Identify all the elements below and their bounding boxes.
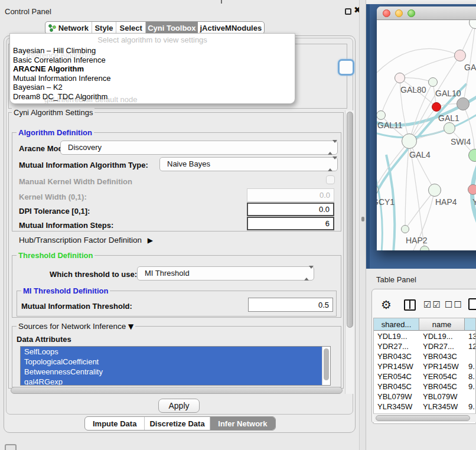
apply-button[interactable]: Apply bbox=[158, 399, 200, 413]
table-cell[interactable]: YBR045C bbox=[419, 381, 465, 392]
show-columns-icon[interactable]: ☑☑ bbox=[423, 299, 442, 310]
table-row[interactable]: YBL079W YBL079W bbox=[374, 392, 475, 402]
panel-divider-handle[interactable] bbox=[361, 217, 364, 221]
table-cell[interactable]: 13 bbox=[465, 331, 476, 341]
table-cell[interactable]: 9. bbox=[465, 402, 476, 412]
table-row[interactable]: YPR145W YPR145W 9. bbox=[374, 361, 475, 371]
zoom-traffic-light[interactable] bbox=[407, 9, 415, 17]
table-cell[interactable]: YER054C bbox=[419, 371, 465, 381]
network-node[interactable] bbox=[468, 184, 476, 195]
dropdown-item[interactable]: Bayesian – Hill Climbing bbox=[13, 46, 292, 56]
table-row[interactable]: YDR27... YDR27... 12 bbox=[374, 341, 475, 351]
network-node[interactable] bbox=[395, 73, 405, 83]
which-threshold-combo[interactable]: MI Threshold bbox=[137, 266, 314, 281]
mi-steps-field[interactable] bbox=[247, 217, 334, 230]
network-node[interactable] bbox=[457, 97, 470, 110]
tab-impute-data[interactable]: Impute Data bbox=[85, 417, 145, 430]
list-item[interactable]: TopologicalCoefficient bbox=[21, 357, 330, 367]
aracne-mode-combo[interactable]: Discovery bbox=[60, 141, 338, 155]
dropdown-item[interactable]: Dream8 DC_TDC Algorithm bbox=[13, 92, 292, 102]
table-cell[interactable]: YDR27... bbox=[419, 341, 465, 351]
list-item[interactable]: gal4RGexp bbox=[21, 377, 330, 386]
settings-horizontal-scrollbar-thumb[interactable] bbox=[11, 387, 343, 394]
network-node[interactable] bbox=[401, 225, 409, 233]
hub-definition-toggle[interactable]: Hub/Transcription Factor Definition ▶ bbox=[19, 236, 153, 244]
split-columns-icon[interactable] bbox=[404, 299, 416, 311]
manual-kernel-width-checkbox[interactable] bbox=[326, 175, 335, 184]
table-horizontal-scrollbar[interactable] bbox=[373, 413, 476, 422]
table-cell[interactable] bbox=[465, 351, 476, 361]
expanded-arrow-icon[interactable]: ▼ bbox=[128, 322, 133, 331]
tab-style[interactable]: Style bbox=[92, 22, 117, 34]
table-cell[interactable]: YDL19... bbox=[419, 331, 465, 341]
table-cell[interactable]: 9. bbox=[465, 361, 476, 371]
tab-select[interactable]: Select bbox=[116, 22, 146, 34]
network-node[interactable] bbox=[444, 122, 455, 134]
kernel-width-field[interactable] bbox=[247, 188, 334, 202]
table-row[interactable]: YDL19... YDL19... 13 bbox=[374, 331, 475, 341]
dropdown-item[interactable]: Bayesian – K2 bbox=[13, 83, 292, 92]
focused-settings-button[interactable] bbox=[338, 59, 354, 76]
panel-grip-icon[interactable] bbox=[5, 444, 17, 450]
table-cell[interactable]: 9. bbox=[465, 381, 476, 392]
table-cell[interactable]: YLR345W bbox=[374, 402, 419, 412]
panel-divider[interactable] bbox=[359, 0, 366, 450]
column-header-shared[interactable]: shared... bbox=[374, 318, 419, 331]
float-window-icon[interactable] bbox=[345, 8, 351, 15]
mi-algorithm-type-combo[interactable]: Naive Bayes bbox=[159, 157, 338, 171]
dropdown-item[interactable]: Basic Correlation Inference bbox=[13, 56, 292, 65]
table-cell[interactable]: YBR043C bbox=[419, 351, 465, 361]
attributes-list-scrollbar[interactable] bbox=[322, 347, 330, 385]
column-header-name[interactable]: name bbox=[419, 318, 465, 331]
close-traffic-light[interactable] bbox=[383, 9, 390, 17]
table-cell[interactable]: YBR043C bbox=[374, 351, 419, 361]
table-cell[interactable]: YBL079W bbox=[419, 392, 465, 402]
dpi-tolerance-field[interactable] bbox=[247, 203, 334, 216]
mi-threshold-field[interactable] bbox=[248, 298, 333, 312]
table-cell[interactable]: YDR27... bbox=[374, 341, 419, 351]
mi-steps-label: Mutual Information Steps: bbox=[19, 221, 113, 230]
network-node[interactable] bbox=[428, 77, 438, 87]
table-cell[interactable]: YPR145W bbox=[374, 361, 419, 371]
list-item[interactable]: SelfLoops bbox=[21, 347, 330, 357]
hide-columns-icon[interactable]: ☐☐ bbox=[445, 299, 463, 310]
settings-vertical-scrollbar[interactable] bbox=[345, 110, 354, 394]
table-cell[interactable]: 8. bbox=[465, 371, 476, 381]
settings-vertical-scrollbar-thumb[interactable] bbox=[347, 112, 353, 328]
table-cell[interactable]: YPR145W bbox=[419, 361, 465, 371]
table-cell[interactable]: YDL19... bbox=[374, 331, 419, 341]
dropdown-item[interactable]: Mutual Information Inference bbox=[13, 74, 292, 83]
minimize-traffic-light[interactable] bbox=[395, 9, 403, 17]
tab-cyni-toolbox[interactable]: Cyni Toolbox bbox=[146, 22, 198, 34]
table-cell[interactable]: YER054C bbox=[374, 371, 419, 381]
tab-jactivemnodules[interactable]: jActiveMNodules bbox=[198, 22, 264, 34]
tab-infer-network[interactable]: Infer Network bbox=[210, 417, 275, 430]
gear-icon[interactable]: ⚙ bbox=[381, 298, 392, 311]
table-row[interactable]: YBR043C YBR043C bbox=[374, 351, 475, 361]
attributes-list-scrollbar-thumb[interactable] bbox=[324, 348, 329, 380]
document-icon[interactable] bbox=[468, 298, 476, 310]
list-item[interactable]: BetweennessCentrality bbox=[21, 367, 330, 377]
table-row[interactable]: YLR345W YLR345W 9. bbox=[374, 402, 475, 412]
table-cell[interactable]: 12 bbox=[465, 341, 476, 351]
network-node[interactable] bbox=[402, 133, 417, 149]
table-cell[interactable] bbox=[465, 392, 476, 402]
table-cell[interactable]: YBR045C bbox=[374, 381, 419, 392]
combo-stepper-icon bbox=[328, 141, 333, 154]
table-cell[interactable]: YLR345W bbox=[419, 402, 465, 412]
tab-discretize-data[interactable]: Discretize Data bbox=[145, 417, 210, 430]
table-cell[interactable]: YBL079W bbox=[374, 392, 419, 402]
table-row[interactable]: YBR045C YBR045C 9. bbox=[374, 381, 475, 392]
network-canvas[interactable]: GAL GAL80 GAL10 GAL11 GAL1 SWI4 GAL4 GCY… bbox=[377, 20, 476, 250]
column-header-third[interactable] bbox=[465, 318, 476, 331]
split-divider-notch bbox=[221, 0, 222, 4]
network-node[interactable] bbox=[428, 184, 441, 197]
tab-network[interactable]: Network bbox=[45, 22, 92, 34]
table-horizontal-scrollbar-thumb[interactable] bbox=[376, 415, 470, 421]
table-row[interactable]: YER054C YER054C 8. bbox=[374, 371, 475, 381]
tab-discretize-data-label: Discretize Data bbox=[149, 419, 204, 428]
dropdown-item-selected[interactable]: ARACNE Algorithm bbox=[13, 64, 292, 74]
network-window-titlebar[interactable] bbox=[377, 6, 476, 20]
network-node-selected[interactable] bbox=[432, 102, 441, 112]
network-node[interactable] bbox=[454, 50, 466, 61]
